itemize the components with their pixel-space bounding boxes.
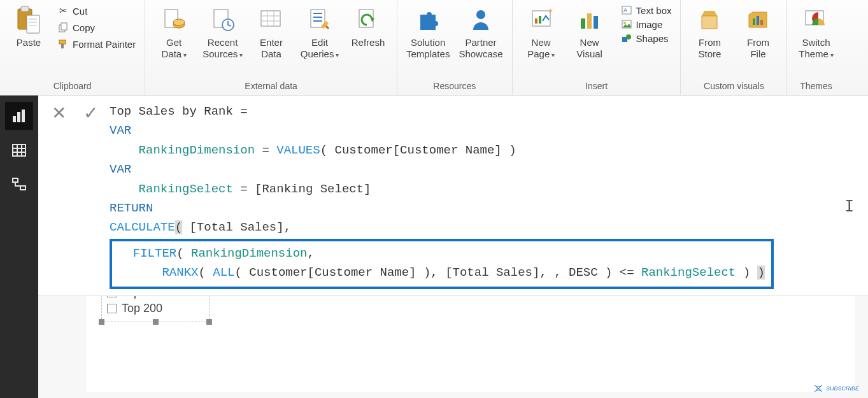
svg-rect-46 [13, 116, 16, 122]
solution-templates-label: Solution Templates [406, 37, 450, 59]
report-view-button[interactable] [5, 102, 33, 130]
dax-function: FILTER [133, 246, 176, 260]
dax-measure-ref: [Total Sales] [189, 220, 283, 234]
data-view-button[interactable] [5, 136, 33, 164]
svg-rect-30 [539, 16, 541, 24]
dax-function: CALCULATE [110, 220, 175, 234]
edit-queries-label: Edit Queries [301, 37, 339, 59]
svg-rect-33 [587, 13, 592, 29]
svg-rect-43 [757, 16, 759, 25]
format-painter-label: Format Painter [73, 39, 136, 50]
checkbox-icon[interactable] [107, 304, 117, 313]
text-cursor-icon: 𝙸 [845, 195, 854, 220]
measure-name: Top Sales by Rank [110, 104, 233, 118]
refresh-icon [353, 5, 383, 34]
dax-variable: RankingDimension [191, 246, 307, 260]
get-data-icon [159, 5, 189, 34]
svg-point-38 [623, 22, 626, 24]
subscribe-label: SUBSCRIBE [826, 385, 859, 392]
new-visual-label: New Visual [576, 37, 602, 59]
svg-rect-15 [261, 11, 280, 26]
scissors-icon: ✂ [57, 5, 69, 17]
get-data-button[interactable]: Get Data [152, 4, 196, 61]
dax-op: <= [612, 266, 641, 280]
solution-templates-button[interactable]: Solution Templates [404, 4, 452, 61]
copy-label: Copy [73, 22, 95, 33]
ribbon: Paste ✂ Cut Copy Format Painter [0, 0, 868, 96]
relationship-icon [11, 177, 27, 192]
svg-point-27 [476, 10, 485, 19]
from-file-icon [743, 5, 772, 34]
custom-visuals-group-label: Custom visuals [687, 77, 780, 95]
from-store-label: From Store [699, 37, 722, 59]
recent-sources-icon [208, 5, 238, 34]
svg-rect-8 [59, 40, 66, 44]
get-data-label: Get Data [161, 37, 186, 59]
dax-variable: RankingSelect [139, 182, 233, 196]
partner-showcase-button[interactable]: Partner Showcase [456, 4, 505, 61]
puzzle-icon [413, 5, 443, 34]
formula-eq: = [233, 104, 248, 118]
text-box-button[interactable]: A Text box [618, 4, 674, 17]
dax-measure-ref: [Ranking Select] [255, 182, 371, 196]
paste-button[interactable]: Paste [6, 4, 51, 50]
copy-button[interactable]: Copy [55, 20, 138, 34]
svg-rect-44 [760, 20, 763, 25]
cut-button[interactable]: ✂ Cut [55, 4, 138, 18]
dax-variable: RankingDimension [139, 143, 255, 157]
paintbrush-icon [57, 38, 69, 50]
slicer-item[interactable]: Top 200 [106, 301, 205, 316]
slicer-item-label: Top 200 [122, 302, 162, 315]
model-view-button[interactable] [5, 171, 33, 199]
format-painter-button[interactable]: Format Painter [55, 37, 138, 51]
formula-bar: ✕ ✓ Top Sales by Rank = VAR RankingDimen… [38, 96, 868, 296]
formula-editor[interactable]: Top Sales by Rank = VAR RankingDimension… [110, 102, 860, 289]
image-icon [621, 18, 632, 30]
switch-theme-label: Switch Theme [799, 37, 833, 59]
refresh-button[interactable]: Refresh [346, 4, 390, 50]
commit-formula-button[interactable]: ✓ [78, 102, 103, 122]
cancel-formula-button[interactable]: ✕ [46, 102, 71, 122]
enter-data-button[interactable]: Enter Data [249, 4, 294, 61]
enter-data-label: Enter Data [260, 37, 283, 59]
work-area: Aut Ranking ⌫ Top 5 Top 20 Top 50 Top 20… [0, 96, 868, 398]
new-visual-button[interactable]: New Visual [567, 4, 612, 61]
dax-order: DESC [569, 266, 598, 280]
new-page-button[interactable]: ✶ New Page [519, 4, 564, 61]
image-button[interactable]: Image [618, 18, 674, 31]
svg-rect-49 [13, 145, 25, 156]
insert-group-label: Insert [519, 77, 674, 95]
refresh-label: Refresh [352, 37, 385, 48]
external-data-group-label: External data [152, 77, 390, 95]
svg-text:A: A [623, 7, 627, 13]
from-store-button[interactable]: From Store [687, 4, 732, 61]
svg-rect-32 [581, 18, 585, 29]
shapes-label: Shapes [636, 33, 669, 44]
svg-point-12 [173, 19, 185, 25]
textbox-icon: A [621, 4, 632, 16]
svg-rect-9 [61, 44, 64, 48]
svg-rect-42 [753, 18, 755, 25]
dax-function: RANKX [162, 266, 198, 280]
svg-rect-41 [702, 16, 717, 29]
image-label: Image [636, 19, 663, 30]
enter-data-icon [257, 5, 286, 34]
ribbon-group-themes: Switch Theme Themes [787, 0, 844, 95]
shapes-button[interactable]: Shapes [618, 32, 674, 45]
new-page-label: New Page [527, 37, 555, 59]
barchart-icon [11, 108, 27, 124]
themes-group-label: Themes [793, 77, 838, 95]
partner-showcase-label: Partner Showcase [459, 37, 502, 59]
edit-queries-button[interactable]: Edit Queries [297, 4, 342, 61]
from-file-button[interactable]: From File [736, 4, 780, 61]
subscribe-watermark: SUBSCRIBE [813, 384, 859, 393]
svg-rect-54 [13, 178, 18, 182]
highlighted-expression: FILTER( RankingDimension, RANKX( ALL( Cu… [110, 239, 774, 289]
text-box-label: Text box [636, 5, 672, 16]
svg-text:✶: ✶ [548, 7, 553, 15]
person-icon [466, 5, 495, 34]
ribbon-group-custom-visuals: From Store From File Custom visuals [681, 0, 787, 95]
dax-var-keyword: VAR [110, 124, 131, 138]
switch-theme-button[interactable]: Switch Theme [793, 4, 838, 61]
recent-sources-button[interactable]: Recent Sources [200, 4, 245, 61]
